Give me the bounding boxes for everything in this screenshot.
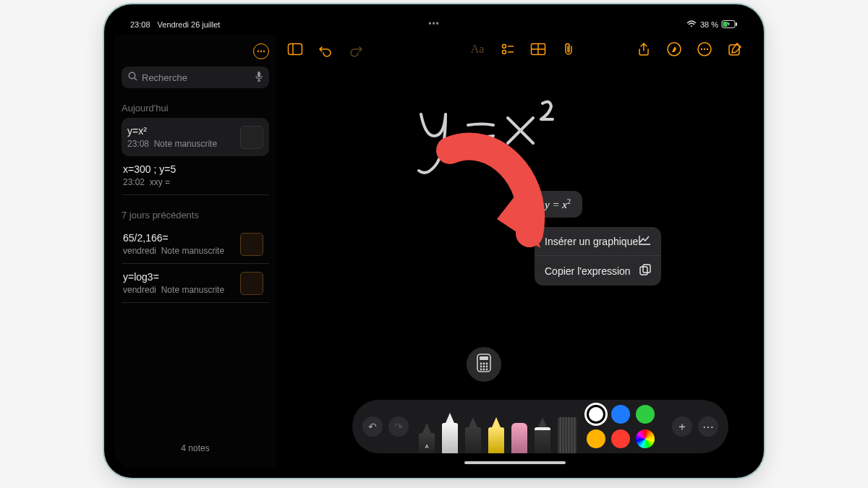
note-title: y=x² (127, 125, 234, 137)
svg-point-28 (480, 366, 482, 368)
wifi-icon (686, 20, 697, 29)
note-subtitle: xxy = (150, 177, 170, 187)
screen: 23:08 Vendredi 26 juillet ••• 38 % (114, 14, 754, 468)
svg-rect-21 (640, 267, 647, 275)
palette-undo-button[interactable]: ↶ (362, 416, 383, 437)
line-chart-icon (639, 235, 651, 247)
svg-point-17 (701, 48, 702, 50)
note-item[interactable]: 65/2,166= vendredi Note manuscrite (122, 225, 269, 264)
ipad-frame: 23:08 Vendredi 26 juillet ••• 38 % (104, 4, 764, 478)
note-subtitle: Note manuscrite (161, 285, 224, 295)
mic-icon[interactable] (255, 72, 263, 84)
note-title: x=300 ; y=5 (123, 163, 263, 175)
sidebar-toggle-icon[interactable] (288, 42, 302, 56)
share-icon[interactable] (637, 42, 651, 56)
expr-exp: 2 (567, 197, 571, 205)
note-item[interactable]: x=300 ; y=5 23:02 xxy = (122, 156, 269, 195)
svg-point-25 (480, 363, 482, 365)
context-menu: Insérer un graphique Copier l'expression (535, 227, 661, 286)
color-yellow[interactable] (587, 429, 605, 448)
note-time: vendredi (123, 285, 156, 295)
svg-point-31 (480, 369, 482, 371)
attachment-icon[interactable] (561, 42, 576, 56)
notes-count: 4 notes (122, 437, 269, 459)
calculator-button[interactable] (467, 347, 501, 382)
checklist-icon[interactable] (501, 42, 515, 56)
color-blue[interactable] (611, 405, 630, 424)
svg-point-10 (503, 51, 506, 54)
svg-rect-5 (258, 72, 260, 77)
svg-point-19 (707, 48, 708, 50)
undo-icon[interactable] (318, 42, 333, 56)
compose-icon[interactable] (728, 42, 742, 56)
svg-point-26 (483, 363, 485, 365)
markup-icon[interactable] (667, 42, 681, 56)
svg-line-4 (135, 78, 137, 80)
note-time: 23:08 (127, 139, 149, 149)
more-icon[interactable] (697, 42, 712, 56)
note-title: y=log3= (123, 271, 234, 283)
section-today: Aujourd'hui (122, 103, 269, 114)
calculator-icon (477, 354, 491, 375)
svg-rect-24 (480, 356, 488, 360)
main-toolbar: Aa (276, 35, 754, 64)
note-thumbnail (240, 233, 263, 256)
svg-point-27 (486, 363, 488, 365)
menu-insert-graph[interactable]: Insérer un graphique (535, 227, 661, 255)
menu-label: Insérer un graphique (545, 236, 638, 247)
copy-icon (639, 264, 651, 278)
palette-more-button[interactable]: ⋯ (698, 416, 718, 437)
note-subtitle: Note manuscrite (161, 246, 224, 256)
search-input[interactable]: Recherche (122, 67, 269, 88)
note-item[interactable]: y=x² 23:08 Note manuscrite (122, 118, 269, 156)
palette-redo-button[interactable]: ↷ (388, 416, 409, 437)
note-time: vendredi (123, 246, 156, 256)
status-date: Vendredi 26 juillet (158, 20, 221, 29)
sidebar-more-button[interactable]: ⋯ (253, 43, 269, 59)
note-title: 65/2,166= (123, 232, 234, 244)
note-subtitle: Note manuscrite (154, 139, 217, 149)
color-green[interactable] (636, 405, 655, 424)
note-canvas[interactable]: Aa (276, 35, 754, 468)
text-format-icon[interactable]: Aa (470, 42, 485, 56)
color-picker[interactable] (636, 429, 655, 448)
color-white[interactable] (587, 405, 605, 424)
svg-point-33 (486, 369, 488, 371)
svg-point-32 (483, 369, 485, 371)
tool-pen-white[interactable] (442, 413, 458, 453)
home-indicator[interactable] (464, 461, 566, 464)
tool-marker[interactable] (465, 417, 481, 453)
color-swatches (587, 405, 662, 448)
handwritten-equation (407, 100, 566, 182)
note-item[interactable]: y=log3= vendredi Note manuscrite (122, 264, 269, 303)
tool-tray: A (419, 400, 576, 453)
expression-chip[interactable]: y = x2 (533, 191, 582, 218)
menu-copy-expression[interactable]: Copier l'expression (535, 255, 661, 286)
table-icon[interactable] (531, 42, 545, 56)
battery-percent: 38 % (700, 20, 718, 29)
svg-rect-6 (289, 44, 302, 55)
status-time: 23:08 (130, 20, 150, 29)
multitask-dots[interactable]: ••• (428, 19, 440, 29)
note-thumbnail (240, 272, 263, 295)
svg-rect-1 (723, 22, 728, 27)
notes-sidebar: ⋯ Recherche Aujourd'hui y=x² (114, 35, 276, 468)
redo-icon[interactable] (349, 42, 363, 56)
tool-ruler[interactable] (558, 417, 576, 453)
drawing-palette: ↶ ↷ A (352, 400, 728, 453)
menu-label: Copier l'expression (545, 265, 631, 277)
tool-lasso[interactable] (535, 417, 550, 453)
svg-point-3 (129, 72, 135, 78)
svg-point-8 (503, 45, 506, 48)
svg-point-29 (483, 366, 485, 368)
tool-pen-fine[interactable]: A (419, 423, 435, 453)
color-red[interactable] (611, 429, 630, 448)
search-icon (128, 72, 137, 83)
svg-rect-2 (736, 22, 737, 26)
search-placeholder: Recherche (142, 72, 251, 83)
svg-point-30 (486, 366, 488, 368)
section-seven-days: 7 jours précédents (122, 210, 269, 221)
tool-eraser[interactable] (511, 423, 527, 453)
tool-highlighter[interactable] (488, 417, 504, 453)
add-tool-button[interactable]: ＋ (672, 416, 692, 437)
